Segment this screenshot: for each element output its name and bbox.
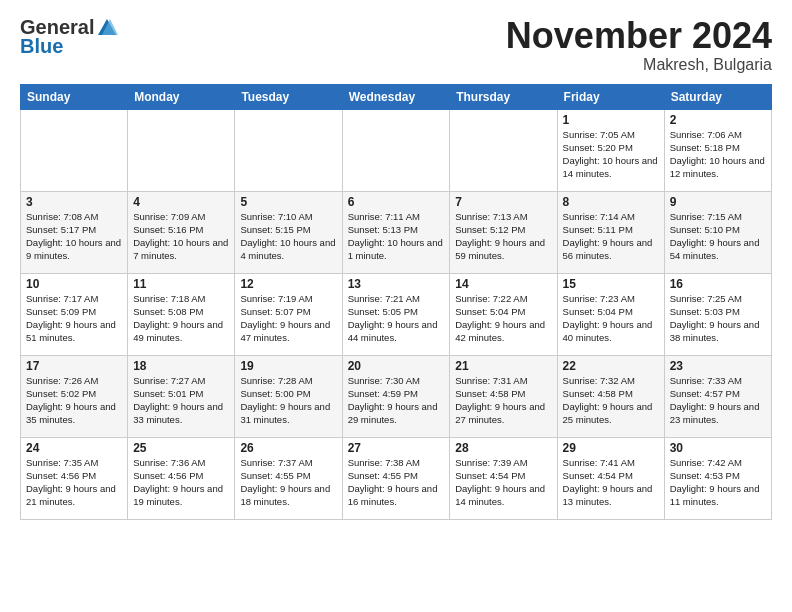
table-row: 23Sunrise: 7:33 AM Sunset: 4:57 PM Dayli… [664, 355, 771, 437]
table-row: 20Sunrise: 7:30 AM Sunset: 4:59 PM Dayli… [342, 355, 450, 437]
day-info: Sunrise: 7:18 AM Sunset: 5:08 PM Dayligh… [133, 292, 229, 345]
day-number: 19 [240, 359, 336, 373]
table-row: 2Sunrise: 7:06 AM Sunset: 5:18 PM Daylig… [664, 109, 771, 191]
day-number: 15 [563, 277, 659, 291]
day-info: Sunrise: 7:08 AM Sunset: 5:17 PM Dayligh… [26, 210, 122, 263]
table-row: 13Sunrise: 7:21 AM Sunset: 5:05 PM Dayli… [342, 273, 450, 355]
table-row [450, 109, 557, 191]
month-title: November 2024 [506, 16, 772, 56]
table-row: 29Sunrise: 7:41 AM Sunset: 4:54 PM Dayli… [557, 437, 664, 519]
day-number: 4 [133, 195, 229, 209]
col-monday: Monday [128, 84, 235, 109]
day-info: Sunrise: 7:26 AM Sunset: 5:02 PM Dayligh… [26, 374, 122, 427]
day-number: 12 [240, 277, 336, 291]
table-row: 8Sunrise: 7:14 AM Sunset: 5:11 PM Daylig… [557, 191, 664, 273]
table-row [235, 109, 342, 191]
table-row [21, 109, 128, 191]
logo: General Blue [20, 16, 118, 58]
table-row: 24Sunrise: 7:35 AM Sunset: 4:56 PM Dayli… [21, 437, 128, 519]
day-number: 14 [455, 277, 551, 291]
table-row [128, 109, 235, 191]
day-number: 23 [670, 359, 766, 373]
day-info: Sunrise: 7:15 AM Sunset: 5:10 PM Dayligh… [670, 210, 766, 263]
day-info: Sunrise: 7:23 AM Sunset: 5:04 PM Dayligh… [563, 292, 659, 345]
table-row: 27Sunrise: 7:38 AM Sunset: 4:55 PM Dayli… [342, 437, 450, 519]
day-info: Sunrise: 7:31 AM Sunset: 4:58 PM Dayligh… [455, 374, 551, 427]
day-number: 13 [348, 277, 445, 291]
header: General Blue November 2024 Makresh, Bulg… [20, 16, 772, 74]
day-number: 18 [133, 359, 229, 373]
calendar-week-row: 3Sunrise: 7:08 AM Sunset: 5:17 PM Daylig… [21, 191, 772, 273]
location: Makresh, Bulgaria [506, 56, 772, 74]
day-info: Sunrise: 7:19 AM Sunset: 5:07 PM Dayligh… [240, 292, 336, 345]
day-info: Sunrise: 7:33 AM Sunset: 4:57 PM Dayligh… [670, 374, 766, 427]
table-row: 25Sunrise: 7:36 AM Sunset: 4:56 PM Dayli… [128, 437, 235, 519]
day-info: Sunrise: 7:13 AM Sunset: 5:12 PM Dayligh… [455, 210, 551, 263]
col-thursday: Thursday [450, 84, 557, 109]
logo-icon [96, 17, 118, 39]
table-row: 11Sunrise: 7:18 AM Sunset: 5:08 PM Dayli… [128, 273, 235, 355]
calendar-week-row: 1Sunrise: 7:05 AM Sunset: 5:20 PM Daylig… [21, 109, 772, 191]
day-number: 9 [670, 195, 766, 209]
day-number: 27 [348, 441, 445, 455]
table-row: 3Sunrise: 7:08 AM Sunset: 5:17 PM Daylig… [21, 191, 128, 273]
day-info: Sunrise: 7:28 AM Sunset: 5:00 PM Dayligh… [240, 374, 336, 427]
day-info: Sunrise: 7:42 AM Sunset: 4:53 PM Dayligh… [670, 456, 766, 509]
day-info: Sunrise: 7:14 AM Sunset: 5:11 PM Dayligh… [563, 210, 659, 263]
day-number: 3 [26, 195, 122, 209]
day-number: 24 [26, 441, 122, 455]
day-info: Sunrise: 7:17 AM Sunset: 5:09 PM Dayligh… [26, 292, 122, 345]
day-number: 26 [240, 441, 336, 455]
day-number: 16 [670, 277, 766, 291]
day-info: Sunrise: 7:39 AM Sunset: 4:54 PM Dayligh… [455, 456, 551, 509]
day-info: Sunrise: 7:22 AM Sunset: 5:04 PM Dayligh… [455, 292, 551, 345]
day-number: 5 [240, 195, 336, 209]
title-block: November 2024 Makresh, Bulgaria [506, 16, 772, 74]
day-info: Sunrise: 7:41 AM Sunset: 4:54 PM Dayligh… [563, 456, 659, 509]
day-number: 20 [348, 359, 445, 373]
table-row: 30Sunrise: 7:42 AM Sunset: 4:53 PM Dayli… [664, 437, 771, 519]
table-row: 14Sunrise: 7:22 AM Sunset: 5:04 PM Dayli… [450, 273, 557, 355]
table-row: 4Sunrise: 7:09 AM Sunset: 5:16 PM Daylig… [128, 191, 235, 273]
day-info: Sunrise: 7:27 AM Sunset: 5:01 PM Dayligh… [133, 374, 229, 427]
col-wednesday: Wednesday [342, 84, 450, 109]
table-row: 19Sunrise: 7:28 AM Sunset: 5:00 PM Dayli… [235, 355, 342, 437]
day-number: 25 [133, 441, 229, 455]
col-saturday: Saturday [664, 84, 771, 109]
table-row: 6Sunrise: 7:11 AM Sunset: 5:13 PM Daylig… [342, 191, 450, 273]
table-row: 28Sunrise: 7:39 AM Sunset: 4:54 PM Dayli… [450, 437, 557, 519]
calendar-header-row: Sunday Monday Tuesday Wednesday Thursday… [21, 84, 772, 109]
table-row: 9Sunrise: 7:15 AM Sunset: 5:10 PM Daylig… [664, 191, 771, 273]
col-tuesday: Tuesday [235, 84, 342, 109]
table-row: 12Sunrise: 7:19 AM Sunset: 5:07 PM Dayli… [235, 273, 342, 355]
col-friday: Friday [557, 84, 664, 109]
day-info: Sunrise: 7:30 AM Sunset: 4:59 PM Dayligh… [348, 374, 445, 427]
table-row: 17Sunrise: 7:26 AM Sunset: 5:02 PM Dayli… [21, 355, 128, 437]
day-number: 28 [455, 441, 551, 455]
day-info: Sunrise: 7:25 AM Sunset: 5:03 PM Dayligh… [670, 292, 766, 345]
day-info: Sunrise: 7:36 AM Sunset: 4:56 PM Dayligh… [133, 456, 229, 509]
logo-blue: Blue [20, 35, 63, 58]
day-number: 10 [26, 277, 122, 291]
day-info: Sunrise: 7:37 AM Sunset: 4:55 PM Dayligh… [240, 456, 336, 509]
day-info: Sunrise: 7:32 AM Sunset: 4:58 PM Dayligh… [563, 374, 659, 427]
day-number: 17 [26, 359, 122, 373]
table-row: 5Sunrise: 7:10 AM Sunset: 5:15 PM Daylig… [235, 191, 342, 273]
day-number: 2 [670, 113, 766, 127]
day-info: Sunrise: 7:06 AM Sunset: 5:18 PM Dayligh… [670, 128, 766, 181]
day-info: Sunrise: 7:10 AM Sunset: 5:15 PM Dayligh… [240, 210, 336, 263]
day-number: 8 [563, 195, 659, 209]
table-row: 21Sunrise: 7:31 AM Sunset: 4:58 PM Dayli… [450, 355, 557, 437]
day-info: Sunrise: 7:09 AM Sunset: 5:16 PM Dayligh… [133, 210, 229, 263]
day-number: 6 [348, 195, 445, 209]
table-row: 26Sunrise: 7:37 AM Sunset: 4:55 PM Dayli… [235, 437, 342, 519]
day-info: Sunrise: 7:38 AM Sunset: 4:55 PM Dayligh… [348, 456, 445, 509]
table-row [342, 109, 450, 191]
day-number: 21 [455, 359, 551, 373]
day-number: 22 [563, 359, 659, 373]
table-row: 10Sunrise: 7:17 AM Sunset: 5:09 PM Dayli… [21, 273, 128, 355]
table-row: 22Sunrise: 7:32 AM Sunset: 4:58 PM Dayli… [557, 355, 664, 437]
day-number: 29 [563, 441, 659, 455]
table-row: 15Sunrise: 7:23 AM Sunset: 5:04 PM Dayli… [557, 273, 664, 355]
table-row: 16Sunrise: 7:25 AM Sunset: 5:03 PM Dayli… [664, 273, 771, 355]
